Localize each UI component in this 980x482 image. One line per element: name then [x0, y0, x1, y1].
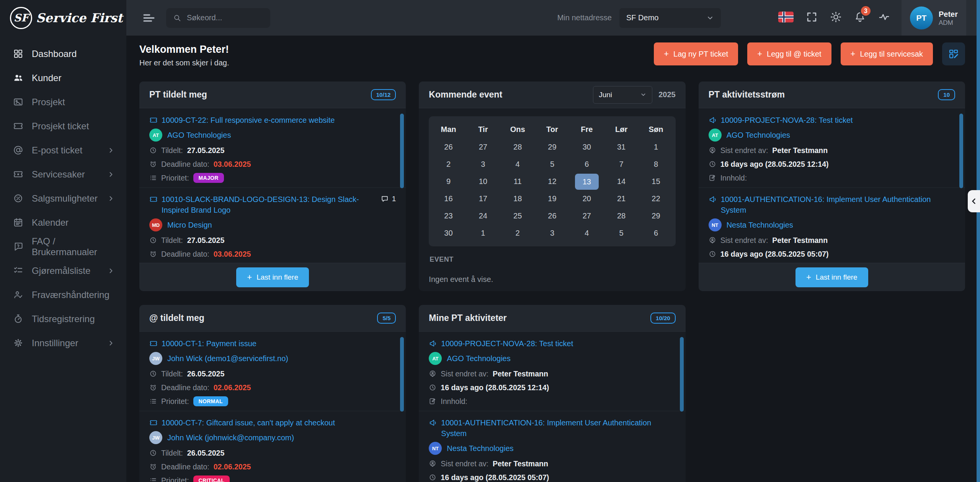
- calendar-day[interactable]: 9: [431, 173, 466, 190]
- calendar-day[interactable]: 23: [431, 207, 466, 225]
- brand-logo-icon: SF: [10, 7, 32, 29]
- calendar-day[interactable]: 6: [639, 225, 673, 242]
- search-input[interactable]: [187, 13, 260, 22]
- calendar-day[interactable]: 10: [466, 173, 500, 190]
- calendar-day[interactable]: 31: [604, 138, 639, 156]
- clock-icon: [149, 147, 157, 154]
- calendar-day[interactable]: 12: [535, 173, 569, 190]
- ticket-link[interactable]: 10009-PROJECT-NOVA-28: Test ticket: [441, 338, 675, 349]
- sidebar-item-dashboard[interactable]: Dashboard: [0, 42, 126, 66]
- calendar-day[interactable]: 6: [570, 156, 604, 173]
- activity-pulse-icon[interactable]: [878, 11, 890, 24]
- sidebar-item-faq-brukermanualer[interactable]: FAQ / Brukermanualer: [0, 234, 126, 259]
- user-menu[interactable]: PT Peter ADM: [902, 0, 966, 36]
- calendar-day[interactable]: 5: [604, 225, 639, 242]
- calendar-day[interactable]: 8: [639, 156, 673, 173]
- company-link[interactable]: Micro Design: [167, 221, 212, 230]
- calendar-day[interactable]: 1: [639, 138, 673, 156]
- ticket-link[interactable]: 10001-AUTHENTICATION-16: Implement User …: [721, 194, 955, 215]
- calendar-day[interactable]: 28: [604, 207, 639, 225]
- sidebar-item-salgsmuligheter[interactable]: Salgsmuligheter: [0, 186, 126, 210]
- ticket-link[interactable]: 10009-CT-22: Full responsive e-commerce …: [162, 115, 396, 125]
- calendar-day[interactable]: 21: [604, 190, 639, 207]
- sidebar-item-prosjekt-ticket[interactable]: Prosjekt ticket: [0, 114, 126, 138]
- calendar-day[interactable]: 2: [431, 156, 466, 173]
- scrollbar-thumb[interactable]: [959, 114, 963, 188]
- ticket-link[interactable]: 10000-CT-1: Payment issue: [162, 338, 396, 349]
- calendar-day[interactable]: 14: [604, 173, 639, 190]
- ticket-link[interactable]: 10000-CT-7: Giftcard issue, can't apply …: [162, 417, 396, 428]
- card-events: Kommende event Juni 2025 ManTirOnsTorFre…: [419, 81, 685, 291]
- side-panel-toggle[interactable]: [968, 190, 980, 212]
- calendar-day[interactable]: 20: [570, 190, 604, 207]
- sidebar-item-tidsregistrering[interactable]: Tidsregistrering: [0, 307, 126, 331]
- calendar-day[interactable]: 26: [535, 207, 569, 225]
- calendar-day[interactable]: 19: [535, 190, 569, 207]
- calendar-day[interactable]: 3: [535, 225, 569, 242]
- site-select[interactable]: SF Demo: [619, 8, 721, 28]
- ticket-link[interactable]: 10010-SLACK-BRAND-LOGO-DESIGN-13: Design…: [162, 194, 377, 215]
- scrollbar-thumb[interactable]: [400, 114, 404, 188]
- sidebar-item-kalender[interactable]: Kalender: [0, 210, 126, 234]
- calendar-day[interactable]: 22: [639, 190, 673, 207]
- language-flag-icon[interactable]: [778, 11, 794, 24]
- month-select[interactable]: Juni: [593, 86, 652, 104]
- calendar-day[interactable]: 18: [500, 190, 535, 207]
- calendar-day[interactable]: 29: [639, 207, 673, 225]
- calendar-day[interactable]: 16: [431, 190, 466, 207]
- company-link[interactable]: John Wick (johnwick@company.com): [167, 433, 294, 442]
- calendar-day[interactable]: 3: [466, 156, 500, 173]
- calendar-day[interactable]: 27: [466, 138, 500, 156]
- calendar-day[interactable]: 13: [570, 173, 604, 190]
- brand-logo[interactable]: SF Service First: [0, 0, 126, 36]
- customize-dashboard-button[interactable]: [942, 42, 965, 65]
- calendar-day[interactable]: 7: [604, 156, 639, 173]
- calendar-day[interactable]: 27: [570, 207, 604, 225]
- menu-icon[interactable]: [142, 11, 156, 25]
- sidebar-item-gj-rem-lsliste[interactable]: Gjøremålsliste: [0, 259, 126, 283]
- calendar-day[interactable]: 30: [570, 138, 604, 156]
- meta-value: 02.06.2025: [214, 462, 251, 471]
- calendar-day[interactable]: 5: [535, 156, 569, 173]
- sidebar-item-prosjekt[interactable]: Prosjekt: [0, 90, 126, 114]
- company-link[interactable]: AGO Technologies: [727, 131, 790, 140]
- load-more-button[interactable]: + Last inn flere: [236, 267, 309, 287]
- calendar-day[interactable]: 4: [570, 225, 604, 242]
- company-link[interactable]: John Wick (demo1@servicefirst.no): [167, 354, 288, 363]
- calendar-day[interactable]: 24: [466, 207, 500, 225]
- meta-value: 02.06.2025: [214, 383, 251, 392]
- sidebar-item-frav-rsh-ndtering[interactable]: Fraværshåndtering: [0, 283, 126, 307]
- ticket-link[interactable]: 10001-AUTHENTICATION-16: Implement User …: [441, 417, 675, 439]
- sidebar-item-servicesaker[interactable]: Servicesaker: [0, 162, 126, 186]
- fullscreen-icon[interactable]: [806, 11, 818, 24]
- sidebar-item-e-post-ticket[interactable]: E-post ticket: [0, 138, 126, 162]
- scrollbar-thumb[interactable]: [400, 337, 404, 412]
- sidebar-item-kunder[interactable]: Kunder: [0, 66, 126, 90]
- calendar-day[interactable]: 11: [500, 173, 535, 190]
- scrollbar-thumb[interactable]: [680, 337, 684, 412]
- theme-sun-icon[interactable]: [830, 11, 842, 24]
- notifications-bell-icon[interactable]: 3: [854, 11, 866, 24]
- calendar-day[interactable]: 29: [535, 138, 569, 156]
- calendar-day[interactable]: 15: [639, 173, 673, 190]
- calendar-day[interactable]: 28: [500, 138, 535, 156]
- company-link[interactable]: Nesta Technologies: [727, 221, 793, 230]
- load-more-button[interactable]: + Last inn flere: [795, 267, 868, 287]
- calendar-day[interactable]: 2: [500, 225, 535, 242]
- ticket-link[interactable]: 10009-PROJECT-NOVA-28: Test ticket: [721, 115, 955, 125]
- company-link[interactable]: AGO Technologies: [167, 131, 231, 140]
- comments-indicator[interactable]: 1: [381, 194, 396, 203]
- calendar-day[interactable]: 30: [431, 225, 466, 242]
- calendar-day[interactable]: 4: [500, 156, 535, 173]
- calendar-day[interactable]: 25: [500, 207, 535, 225]
- sidebar-item-innstillinger[interactable]: Innstillinger: [0, 331, 126, 355]
- page-scrollbar[interactable]: [977, 0, 980, 482]
- add-at-ticket-button[interactable]: + Legg til @ ticket: [747, 42, 831, 65]
- calendar-day[interactable]: 17: [466, 190, 500, 207]
- new-pt-ticket-button[interactable]: + Lag ny PT ticket: [654, 42, 738, 65]
- company-link[interactable]: Nesta Technologies: [447, 444, 513, 453]
- calendar-day[interactable]: 26: [431, 138, 466, 156]
- company-link[interactable]: AGO Technologies: [447, 354, 510, 363]
- calendar-day[interactable]: 1: [466, 225, 500, 242]
- add-service-case-button[interactable]: + Legg til servicesak: [841, 42, 933, 65]
